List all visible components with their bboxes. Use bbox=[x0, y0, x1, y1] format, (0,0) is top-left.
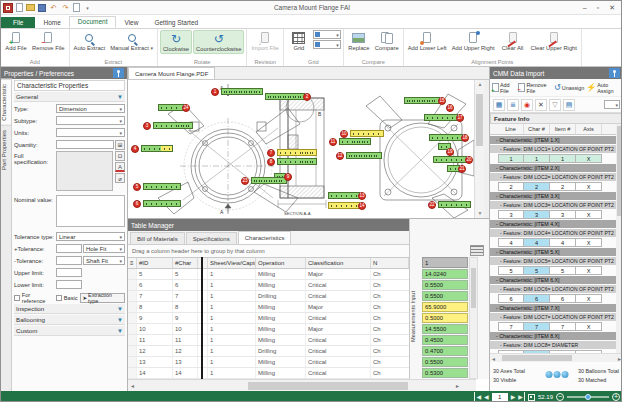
balloon-12[interactable]: 12 bbox=[336, 152, 344, 160]
measurement-value-cell[interactable]: 14.5500 bbox=[422, 324, 468, 334]
column-header-notes[interactable]: N bbox=[371, 258, 409, 268]
delete-icon[interactable]: ✕ bbox=[535, 99, 547, 111]
balloon-11[interactable]: 11 bbox=[329, 138, 337, 146]
rotate-counterclockwise-button[interactable]: ↺ Counterclockwise bbox=[193, 30, 244, 54]
balloon-23[interactable]: 23 bbox=[241, 177, 249, 185]
cmm-data-row[interactable]: 666X bbox=[490, 294, 616, 303]
tolerance-type-dropdown[interactable]: Linear▾ bbox=[56, 232, 125, 241]
previous-page-button[interactable]: ◀ bbox=[484, 392, 489, 402]
cmm-cell[interactable]: 7 bbox=[550, 322, 576, 331]
quantity-calc-icon[interactable]: ⊞ bbox=[115, 140, 125, 150]
maximize-button[interactable]: ▫ bbox=[597, 4, 599, 12]
dimension-callout[interactable] bbox=[221, 88, 263, 95]
column-header-axis[interactable]: Axis bbox=[576, 124, 602, 134]
subtype-dropdown[interactable]: ▾ bbox=[56, 116, 125, 125]
scroll-right-icon[interactable]: ► bbox=[455, 382, 460, 391]
balloon-21[interactable]: 21 bbox=[458, 165, 466, 173]
cmm-cell[interactable]: X bbox=[576, 322, 602, 331]
section-general[interactable]: General▼ bbox=[14, 92, 125, 102]
dimension-callout[interactable] bbox=[433, 156, 467, 163]
dimension-callout[interactable] bbox=[424, 114, 458, 121]
cmm-feature-row[interactable]: Feature: DIM LOC3= LOCATION OF POINT PT2 bbox=[490, 201, 616, 209]
symbol-omega-button[interactable]: Ω bbox=[115, 151, 125, 161]
column-header-item-number[interactable]: Item # bbox=[550, 124, 576, 134]
cmm-cell[interactable]: 7 bbox=[498, 322, 524, 331]
scroll-thumb[interactable] bbox=[471, 268, 476, 308]
dimension-callout[interactable] bbox=[277, 158, 317, 165]
rotate-clockwise-button[interactable]: ↻ Clockwise bbox=[160, 30, 192, 54]
clear-upper-right-button[interactable]: Clear Upper Right bbox=[529, 30, 579, 52]
tab-part-properties[interactable]: Part Properties bbox=[1, 126, 12, 174]
shaft-fit-dropdown[interactable]: Shaft Fit▾ bbox=[83, 256, 125, 265]
cmm-cell[interactable]: X bbox=[576, 266, 602, 275]
cmm-data-row[interactable]: 555X bbox=[490, 266, 616, 275]
customize-toolbar-caret-icon[interactable]: ▾ bbox=[83, 3, 92, 12]
cmm-cell[interactable]: 2 bbox=[524, 182, 550, 191]
first-page-button[interactable]: ◀ bbox=[474, 392, 481, 402]
cmm-characteristic-row[interactable]: Characteristic: [ITEM 6.X] bbox=[490, 276, 616, 284]
cmm-cell[interactable]: 1 bbox=[550, 154, 576, 163]
balloon-3[interactable]: 3 bbox=[143, 122, 151, 130]
scroll-thumb[interactable] bbox=[476, 94, 483, 146]
tab-document[interactable]: Document bbox=[69, 16, 117, 28]
cmm-view-dropdown[interactable]: ▾ bbox=[604, 100, 620, 109]
canvas-vertical-scrollbar[interactable]: ▲ ▼ bbox=[474, 80, 484, 218]
balloon-18[interactable]: 18 bbox=[461, 134, 469, 142]
zoom-slider-knob[interactable] bbox=[585, 394, 591, 400]
balloon-13[interactable]: 13 bbox=[358, 192, 366, 200]
minus-tolerance-input[interactable] bbox=[56, 256, 82, 265]
for-reference-checkbox[interactable] bbox=[14, 295, 20, 301]
cmm-feature-row[interactable]: Feature: DIM LOC2= LOCATION OF POINT PT2 bbox=[490, 173, 616, 181]
next-page-button[interactable]: ▶ bbox=[511, 392, 516, 402]
undo-icon[interactable]: ↶ bbox=[49, 3, 58, 12]
cmm-cell[interactable]: 3 bbox=[498, 210, 524, 219]
row-selector[interactable] bbox=[128, 291, 137, 301]
cmm-cell[interactable]: X bbox=[576, 182, 602, 191]
font-button[interactable]: A bbox=[115, 162, 125, 172]
row-selector[interactable] bbox=[128, 368, 137, 378]
cmm-cell[interactable]: X bbox=[576, 154, 602, 163]
cmm-add-file-button[interactable]: + Add File bbox=[492, 82, 516, 94]
balloon-9[interactable]: 9 bbox=[284, 173, 292, 181]
cmm-characteristic-row[interactable]: Characteristic: [ITEM 4.X] bbox=[490, 220, 616, 228]
auto-extract-button[interactable]: Auto Extract bbox=[72, 30, 108, 52]
cmm-data-row[interactable]: 444X bbox=[490, 238, 616, 247]
row-selector[interactable] bbox=[128, 302, 137, 312]
row-selector[interactable] bbox=[128, 335, 137, 345]
basic-checkbox[interactable] bbox=[56, 295, 62, 301]
tab-file[interactable]: File bbox=[1, 17, 35, 28]
cmm-cell[interactable]: 6 bbox=[498, 294, 524, 303]
cmm-cell[interactable]: 3 bbox=[550, 210, 576, 219]
cmm-feature-row[interactable]: Feature: DIM LOC8= DIAMETER bbox=[490, 341, 616, 349]
row-selector[interactable] bbox=[128, 324, 137, 334]
dimension-callout[interactable] bbox=[143, 200, 181, 207]
dimension-callout[interactable] bbox=[339, 138, 371, 145]
filter-funnel-icon[interactable]: ▽ bbox=[549, 99, 561, 111]
dimension-callout[interactable] bbox=[350, 130, 384, 137]
column-header-blank[interactable] bbox=[198, 258, 208, 268]
pin-icon[interactable] bbox=[609, 68, 620, 78]
document-tab[interactable]: Camera Mount Flange.PDF bbox=[128, 67, 215, 79]
cmm-cell[interactable]: 6 bbox=[550, 294, 576, 303]
row-selector[interactable] bbox=[128, 313, 137, 323]
cmm-cell[interactable]: X bbox=[576, 294, 602, 303]
page-number-input[interactable] bbox=[492, 393, 508, 401]
balloon-2[interactable]: 2 bbox=[303, 93, 311, 101]
open-file-icon[interactable] bbox=[26, 4, 35, 11]
cmm-horizontal-scrollbar[interactable]: ◄ ► bbox=[490, 353, 622, 362]
cmm-cell[interactable]: X bbox=[576, 238, 602, 247]
grid-button[interactable]: Grid bbox=[286, 30, 312, 52]
compare-button[interactable]: Compare bbox=[373, 30, 401, 52]
units-dropdown[interactable]: ▾ bbox=[56, 128, 125, 137]
row-selector[interactable] bbox=[128, 357, 137, 367]
cmm-cell[interactable]: 2 bbox=[498, 182, 524, 191]
replace-button[interactable]: Replace bbox=[346, 30, 372, 52]
measurement-value-cell[interactable]: 14.0240 bbox=[422, 269, 468, 279]
measurement-value-cell[interactable]: 0.5500 bbox=[422, 280, 468, 290]
cmm-characteristic-row[interactable]: Characteristic: [ITEM 7.X] bbox=[490, 304, 616, 312]
minimize-button[interactable]: – bbox=[583, 4, 587, 12]
cmm-cell[interactable]: 1 bbox=[524, 154, 550, 163]
dimension-callout[interactable] bbox=[158, 104, 184, 111]
balloon-24[interactable]: 24 bbox=[182, 104, 190, 112]
select-all-header[interactable]: ≡ bbox=[128, 258, 137, 268]
